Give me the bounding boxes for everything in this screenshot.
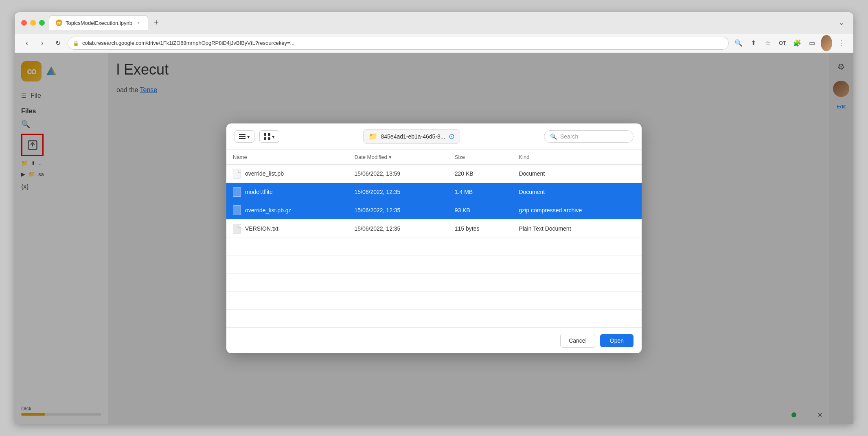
file-kind: gzip compressed archive [512, 201, 642, 220]
file-icon [233, 224, 241, 233]
file-size: 93 KB [448, 201, 513, 220]
active-tab[interactable]: co TopicsModelExecution.ipynb × [49, 15, 148, 30]
folder-path-display[interactable]: 📁 845e4ad1-eb1a-46d5-8... ⊙ [363, 129, 460, 144]
file-name-cell: model.tflite [226, 183, 348, 201]
minimize-window-button[interactable] [30, 20, 36, 26]
search-icon-dialog: 🔍 [550, 133, 557, 140]
file-name-cell: override_list.pb.gz [226, 201, 348, 220]
chevron-down-icon: ▾ [247, 134, 250, 140]
traffic-lights [21, 20, 45, 26]
sort-arrow: ▾ [389, 154, 392, 160]
dialog-footer: Cancel Open [226, 328, 642, 353]
file-date: 15/06/2022, 12:35 [348, 220, 448, 238]
file-icon [233, 205, 241, 215]
path-nav-arrows: ⊙ [449, 132, 455, 141]
file-date: 15/06/2022, 12:35 [348, 183, 448, 201]
address-bar[interactable]: 🔒 colab.research.google.com/drive/1Fk1iZ… [68, 37, 729, 50]
table-row-empty [226, 292, 642, 310]
svg-rect-9 [264, 137, 266, 140]
dialog-toolbar: ▾ ▾ 📁 845e4ad1-eb1a-46d5-8... ⊙ [226, 123, 642, 150]
file-size: 220 KB [448, 165, 513, 183]
file-open-dialog: ▾ ▾ 📁 845e4ad1-eb1a-46d5-8... ⊙ [226, 123, 642, 353]
forward-button[interactable]: › [37, 37, 48, 49]
col-date: Date Modified ▾ [348, 150, 448, 165]
window-menu-button[interactable]: ⌄ [835, 17, 847, 29]
open-button[interactable]: Open [600, 334, 633, 347]
bookmark-button[interactable]: ☆ [762, 37, 774, 49]
file-kind: Document [512, 165, 642, 183]
sidebar-toggle[interactable]: ▭ [806, 37, 818, 49]
file-date: 15/06/2022, 13:59 [348, 165, 448, 183]
svg-rect-4 [239, 134, 245, 135]
back-button[interactable]: ‹ [21, 37, 33, 49]
file-name-cell: VERSION.txt [226, 220, 348, 238]
tab-close-button[interactable]: × [136, 20, 141, 26]
col-kind: Kind [512, 150, 642, 165]
browser-menu-button[interactable]: ⋮ [835, 37, 847, 49]
table-row-empty [226, 274, 642, 292]
folder-icon-blue: 📁 [368, 132, 377, 141]
col-size: Size [448, 150, 513, 165]
table-row[interactable]: model.tflite 15/06/2022, 12:35 1.4 MB Do… [226, 183, 642, 201]
tab-title: TopicsModelExecution.ipynb [66, 20, 132, 26]
fullscreen-window-button[interactable] [39, 20, 45, 26]
dialog-overlay: ▾ ▾ 📁 845e4ad1-eb1a-46d5-8... ⊙ [15, 53, 853, 424]
refresh-button[interactable]: ↻ [52, 37, 64, 49]
share-button[interactable]: ⬆ [747, 37, 759, 49]
title-bar: co TopicsModelExecution.ipynb × + ⌄ [15, 12, 853, 33]
file-kind: Document [512, 183, 642, 201]
zoom-button[interactable]: 🔍 [733, 37, 744, 49]
file-icon [233, 187, 241, 197]
url-text: colab.research.google.com/drive/1Fk1iZO6… [82, 40, 294, 46]
table-row-empty [226, 238, 642, 256]
table-row[interactable]: override_list.pb 15/06/2022, 13:59 220 K… [226, 165, 642, 183]
file-name-cell: override_list.pb [226, 165, 348, 183]
table-header-row: Name Date Modified ▾ Size Kind [226, 150, 642, 165]
table-row-empty [226, 256, 642, 274]
security-icon: 🔒 [73, 40, 79, 46]
tab-favicon: co [56, 20, 62, 26]
tab-bar: co TopicsModelExecution.ipynb × + [49, 15, 831, 30]
grid-view-button[interactable]: ▾ [259, 130, 279, 143]
folder-path-container: 📁 845e4ad1-eb1a-46d5-8... ⊙ [284, 129, 539, 144]
table-row[interactable]: override_list.pb.gz 15/06/2022, 12:35 93… [226, 201, 642, 220]
list-view-button[interactable]: ▾ [235, 130, 254, 143]
svg-rect-7 [264, 133, 266, 136]
nav-actions: 🔍 ⬆ ☆ OT 🧩 ▭ ⋮ [733, 37, 847, 49]
file-search-box[interactable]: 🔍 Search [544, 130, 633, 143]
table-row-empty [226, 310, 642, 328]
table-row[interactable]: VERSION.txt 15/06/2022, 12:35 115 bytes … [226, 220, 642, 238]
dialog-file-list: Name Date Modified ▾ Size Kind [226, 150, 642, 328]
svg-rect-5 [239, 136, 245, 137]
svg-rect-8 [268, 133, 270, 136]
file-icon [233, 169, 241, 178]
browser-content: co ☰ File Files 🔍 [15, 53, 853, 424]
profile-initials[interactable]: OT [777, 37, 788, 49]
extensions-button[interactable]: 🧩 [791, 37, 803, 49]
chevron-down-icon-2: ▾ [272, 134, 275, 140]
file-size: 1.4 MB [448, 183, 513, 201]
file-size: 115 bytes [448, 220, 513, 238]
file-table: Name Date Modified ▾ Size Kind [226, 150, 642, 328]
svg-rect-10 [268, 137, 270, 140]
svg-rect-6 [239, 138, 245, 139]
profile-avatar[interactable] [821, 37, 832, 49]
search-placeholder: Search [560, 133, 578, 140]
folder-name-text: 845e4ad1-eb1a-46d5-8... [381, 133, 445, 140]
file-kind: Plain Text Document [512, 220, 642, 238]
close-window-button[interactable] [21, 20, 27, 26]
col-name: Name [226, 150, 348, 165]
nav-bar: ‹ › ↻ 🔒 colab.research.google.com/drive/… [15, 33, 853, 53]
file-date: 15/06/2022, 12:35 [348, 201, 448, 220]
cancel-button[interactable]: Cancel [560, 334, 595, 348]
new-tab-button[interactable]: + [151, 17, 162, 29]
